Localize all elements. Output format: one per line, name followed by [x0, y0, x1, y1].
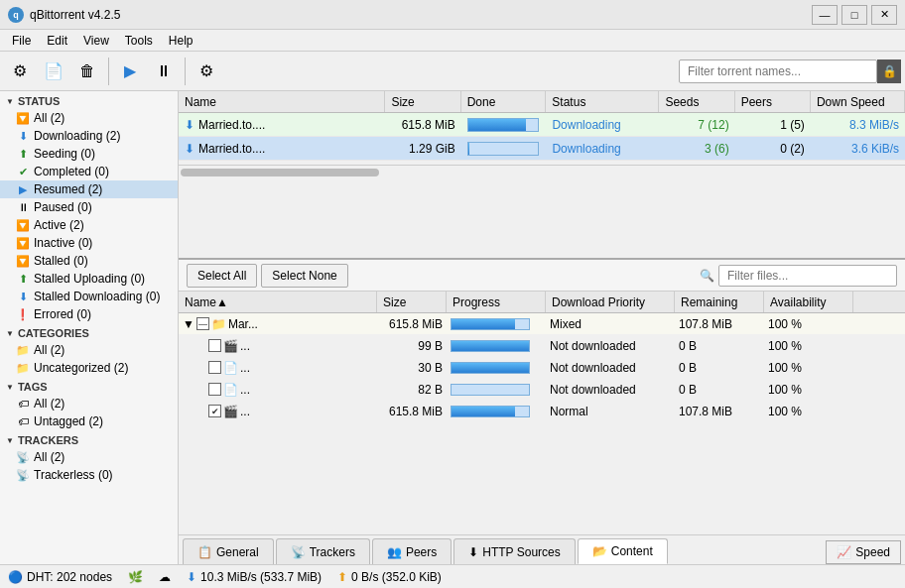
sidebar-item-tag-all[interactable]: 🏷 All (2): [0, 395, 178, 412]
select-none-button[interactable]: Select None: [261, 264, 347, 288]
col-down-speed[interactable]: Down Speed: [811, 91, 905, 112]
sidebar-item-stalled[interactable]: 🔽 Stalled (0): [0, 252, 178, 270]
tags-section-header[interactable]: ▼ TAGS: [0, 377, 178, 395]
file-checkbox[interactable]: —: [196, 317, 209, 330]
minimize-button[interactable]: —: [812, 5, 838, 25]
torrent-row[interactable]: ⬇ Married.to.... 1.29 GiB 1.6% Downloadi…: [179, 137, 905, 161]
file-icon: 📄: [223, 383, 238, 397]
sidebar-item-stalled-downloading[interactable]: ⬇ Stalled Downloading (0): [0, 288, 178, 305]
sidebar-inactive-label: Inactive (0): [34, 236, 92, 250]
file-checkbox[interactable]: [208, 383, 221, 396]
sidebar-item-errored[interactable]: ❗ Errored (0): [0, 305, 178, 323]
sidebar-item-resumed[interactable]: ▶ Resumed (2): [0, 180, 178, 198]
menu-item-view[interactable]: View: [75, 32, 117, 50]
add-torrent-button[interactable]: 📄: [38, 56, 69, 87]
status-triangle-icon: ▼: [6, 97, 14, 106]
file-row[interactable]: ▼ — 📁 Mar... 615.8 MiB 82.4% Mixed 107.8…: [179, 313, 905, 335]
sidebar-errored-label: Errored (0): [34, 307, 91, 321]
properties-button[interactable]: ⚙: [191, 56, 222, 87]
file-row[interactable]: ✔ 🎬 ... 615.8 MiB 82.4% Normal 107.8 MiB…: [179, 401, 905, 422]
maximize-button[interactable]: □: [841, 5, 867, 25]
sidebar-tag-all-label: All (2): [34, 397, 65, 411]
menu-item-tools[interactable]: Tools: [117, 32, 161, 50]
sidebar-item-seeding[interactable]: ⬆ Seeding (0): [0, 145, 178, 163]
torrent-peers-cell-2: 0 (2): [735, 142, 811, 156]
tab-general[interactable]: 📋 General: [183, 538, 274, 564]
file-row[interactable]: 📄 ... 82 B 0.0% Not downloaded 0 B 100 %: [179, 379, 905, 401]
file-checkbox[interactable]: [208, 339, 221, 352]
torrent-list-scrollbar[interactable]: [179, 165, 905, 178]
torrent-list-header: Name Size Done Status Seeds Peers Down S…: [179, 91, 905, 113]
sidebar-item-tracker-all[interactable]: 📡 All (2): [0, 448, 178, 466]
file-icon: 🎬: [223, 405, 238, 418]
resume-button[interactable]: ▶: [114, 56, 146, 87]
speed-button-label: Speed: [855, 545, 890, 559]
sidebar-item-completed[interactable]: ✔ Completed (0): [0, 163, 178, 180]
file-col-priority[interactable]: Download Priority: [546, 292, 675, 312]
col-seeds[interactable]: Seeds: [659, 91, 734, 112]
sidebar-item-downloading[interactable]: ⬇ Downloading (2): [0, 127, 178, 145]
file-checkbox[interactable]: [208, 361, 221, 374]
speed-chart-icon: 📈: [837, 545, 851, 559]
sidebar-item-active[interactable]: 🔽 Active (2): [0, 216, 178, 234]
sidebar-active-label: Active (2): [34, 218, 84, 232]
lock-icon: 🔒: [877, 59, 901, 83]
sidebar-item-paused[interactable]: ⏸ Paused (0): [0, 198, 178, 216]
file-size-cell: 99 B: [377, 339, 447, 353]
menu-item-edit[interactable]: Edit: [39, 32, 75, 50]
inactive-icon: 🔽: [16, 237, 30, 250]
file-priority-cell: Not downloaded: [546, 383, 675, 397]
sidebar-item-uncategorized[interactable]: 📁 Uncategorized (2): [0, 359, 178, 377]
speed-button[interactable]: 📈 Speed: [826, 540, 901, 564]
sidebar-item-stalled-uploading[interactable]: ⬆ Stalled Uploading (0): [0, 270, 178, 288]
file-icon: 📄: [223, 361, 238, 375]
dht-status: 🔵 DHT: 202 nodes: [8, 570, 112, 584]
status-section-header[interactable]: ▼ STATUS: [0, 91, 178, 109]
tab-content[interactable]: 📂 Content: [578, 538, 668, 564]
dht-label: DHT: 202 nodes: [27, 570, 112, 584]
sidebar-item-trackerless[interactable]: 📡 Trackerless (0): [0, 466, 178, 484]
sidebar-item-untagged[interactable]: 🏷 Untagged (2): [0, 412, 178, 430]
col-size[interactable]: Size: [385, 91, 460, 112]
search-icon: 🔍: [700, 269, 714, 283]
col-peers[interactable]: Peers: [735, 91, 811, 112]
categories-section-header[interactable]: ▼ CATEGORIES: [0, 323, 178, 341]
remove-button[interactable]: 🗑: [71, 56, 103, 87]
file-col-progress[interactable]: Progress: [447, 292, 546, 312]
content-tab-icon: 📂: [592, 544, 607, 558]
torrent-search-input[interactable]: [679, 59, 877, 83]
col-done[interactable]: Done: [461, 91, 547, 112]
file-progress-cell: 82.4%: [447, 406, 546, 417]
sidebar-item-all[interactable]: 🔽 All (2): [0, 109, 178, 127]
close-button[interactable]: ✕: [871, 5, 897, 25]
file-checkbox[interactable]: ✔: [208, 405, 221, 417]
col-status[interactable]: Status: [546, 91, 659, 112]
file-col-name[interactable]: Name ▲: [179, 292, 377, 312]
file-col-availability[interactable]: Availability: [764, 292, 853, 312]
col-name[interactable]: Name: [179, 91, 385, 112]
folder-collapse-icon[interactable]: ▼: [183, 317, 194, 331]
file-row[interactable]: 📄 ... 30 B 100% Not downloaded 0 B 100 %: [179, 357, 905, 379]
file-row[interactable]: 🎬 ... 99 B 100% Not downloaded 0 B 100 %: [179, 335, 905, 357]
sidebar-trackerless-label: Trackerless (0): [34, 468, 113, 482]
torrent-row[interactable]: ⬇ Married.to.... 615.8 MiB 83.1% Downloa…: [179, 113, 905, 137]
trackers-section-header[interactable]: ▼ TRACKERS: [0, 430, 178, 448]
menubar: FileEditViewToolsHelp: [0, 30, 905, 52]
file-search-input[interactable]: [718, 265, 897, 287]
select-all-button[interactable]: Select All: [187, 264, 257, 288]
file-col-remaining[interactable]: Remaining: [675, 292, 764, 312]
menu-item-help[interactable]: Help: [161, 32, 201, 50]
options-button[interactable]: ⚙: [4, 56, 36, 87]
tab-trackers[interactable]: 📡 Trackers: [276, 538, 370, 564]
tab-http-sources[interactable]: ⬇ HTTP Sources: [453, 538, 575, 564]
sidebar-item-cat-all[interactable]: 📁 All (2): [0, 341, 178, 359]
uncategorized-icon: 📁: [16, 362, 30, 375]
menu-item-file[interactable]: File: [4, 32, 39, 50]
sidebar-item-inactive[interactable]: 🔽 Inactive (0): [0, 234, 178, 252]
categories-section-label: CATEGORIES: [18, 327, 89, 339]
file-col-size[interactable]: Size: [377, 292, 447, 312]
sidebar-all-label: All (2): [34, 111, 65, 125]
pause-button[interactable]: ⏸: [148, 56, 180, 87]
statusbar: 🔵 DHT: 202 nodes 🌿 ☁ ⬇ 10.3 MiB/s (533.7…: [0, 564, 905, 588]
tab-peers[interactable]: 👥 Peers: [372, 538, 452, 564]
